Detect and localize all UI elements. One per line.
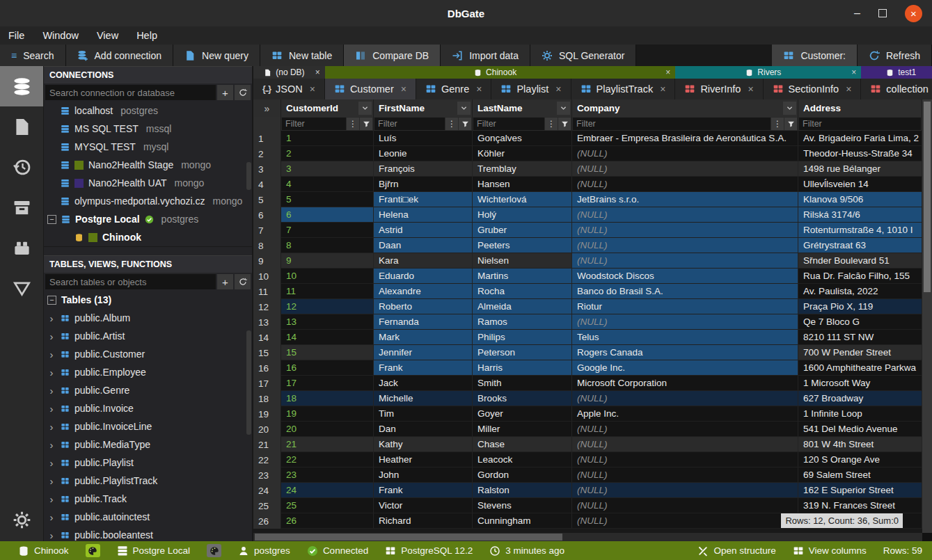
column-dropdown-button[interactable] xyxy=(783,102,796,115)
close-tab-icon[interactable]: × xyxy=(555,83,561,95)
filter-funnel-button[interactable] xyxy=(360,118,372,130)
tab-collection[interactable]: collection× xyxy=(861,79,932,99)
cell-firstname[interactable]: Helena xyxy=(374,207,473,223)
cell-customerid[interactable]: 10 xyxy=(281,269,374,284)
table-item-public-genre[interactable]: ›public.Genre xyxy=(44,381,252,399)
cell-company[interactable]: Apple Inc. xyxy=(572,406,798,422)
vertical-scrollbar[interactable] xyxy=(922,99,932,533)
cell-company[interactable]: JetBrains s.r.o. xyxy=(572,192,798,207)
cell-firstname[interactable]: Richard xyxy=(374,513,473,529)
tables-plus-button[interactable]: + xyxy=(217,274,233,289)
cell-customerid[interactable]: 24 xyxy=(281,483,374,498)
close-tab-icon[interactable]: × xyxy=(476,83,482,95)
table-item-public-playlisttrack[interactable]: ›public.PlaylistTrack xyxy=(44,472,252,490)
cell-customerid[interactable]: 18 xyxy=(281,391,374,406)
cell-customerid[interactable]: 19 xyxy=(281,406,374,422)
cell-firstname[interactable]: Franti□ek xyxy=(374,192,473,207)
menu-file[interactable]: File xyxy=(8,30,24,41)
activity-archive-icon[interactable] xyxy=(0,187,43,227)
tab-group-header-rivers[interactable]: Rivers× xyxy=(675,66,861,79)
table-item-public-employee[interactable]: ›public.Employee xyxy=(44,363,252,381)
cell-lastname[interactable]: Peeters xyxy=(473,238,572,253)
cell-firstname[interactable]: John xyxy=(374,467,473,483)
cell-company[interactable]: (NULL) xyxy=(572,161,798,177)
cell-company[interactable]: (NULL) xyxy=(572,437,798,452)
cell-company[interactable]: (NULL) xyxy=(572,467,798,483)
row-number[interactable]: 4 xyxy=(253,177,281,192)
cell-customerid[interactable]: 7 xyxy=(281,223,374,238)
cell-lastname[interactable]: Harris xyxy=(473,360,572,376)
cell-firstname[interactable]: Eduardo xyxy=(374,269,473,284)
minimize-button[interactable]: – xyxy=(854,10,860,17)
tab-playlist[interactable]: Playlist× xyxy=(491,79,571,99)
table-item-public-invoiceline[interactable]: ›public.InvoiceLine xyxy=(44,417,252,435)
row-number[interactable]: 16 xyxy=(253,360,281,376)
cell-company[interactable]: (NULL) xyxy=(572,253,798,269)
tables-search-input[interactable] xyxy=(45,274,216,289)
row-number[interactable]: 26 xyxy=(253,513,281,529)
filter-menu-button[interactable]: ⋮ xyxy=(771,118,784,130)
cell-company[interactable]: Microsoft Corporation xyxy=(572,376,798,391)
table-item-public-booleantest[interactable]: ›public.booleantest xyxy=(44,526,252,541)
cell-lastname[interactable]: Miller xyxy=(473,422,572,437)
row-number[interactable]: 23 xyxy=(253,467,281,483)
row-number[interactable]: 15 xyxy=(253,345,281,360)
column-dropdown-button[interactable] xyxy=(557,102,570,115)
filter-funnel-button[interactable] xyxy=(558,118,571,130)
activity-plugins-icon[interactable] xyxy=(0,227,43,268)
cell-company[interactable]: (NULL) xyxy=(572,146,798,161)
row-number[interactable]: 1 xyxy=(253,131,281,146)
cell-firstname[interactable]: Dan xyxy=(374,422,473,437)
cell-customerid[interactable]: 15 xyxy=(281,345,374,360)
close-group-icon[interactable]: × xyxy=(665,67,670,77)
cell-firstname[interactable]: Frank xyxy=(374,483,473,498)
cell-address[interactable]: Grétrystraat 63 xyxy=(798,238,922,253)
connection-item-localhost[interactable]: localhostpostgres xyxy=(44,102,252,120)
cell-customerid[interactable]: 2 xyxy=(281,146,374,161)
tab-riverinfo[interactable]: RiverInfo× xyxy=(675,79,763,99)
collapse-expander-icon[interactable]: − xyxy=(47,215,56,224)
filter-menu-button[interactable]: ⋮ xyxy=(445,118,458,130)
cell-customerid[interactable]: 13 xyxy=(281,314,374,330)
cell-company[interactable]: Woodstock Discos xyxy=(572,269,798,284)
tab-group-header-chinook[interactable]: Chinook× xyxy=(325,66,676,79)
cell-address[interactable]: Rilská 3174/6 xyxy=(798,207,922,223)
cell-lastname[interactable]: Tremblay xyxy=(473,161,572,177)
cell-address[interactable]: Av. Brigadeiro Faria Lima, 2 xyxy=(798,131,922,146)
filter-funnel-button[interactable] xyxy=(784,118,797,130)
row-number[interactable]: 7 xyxy=(253,223,281,238)
cell-firstname[interactable]: Heather xyxy=(374,452,473,467)
cell-address[interactable]: 120 S Orange Ave xyxy=(798,452,922,467)
cell-customerid[interactable]: 9 xyxy=(281,253,374,269)
cell-firstname[interactable]: Victor xyxy=(374,498,473,513)
table-item-public-album[interactable]: ›public.Album xyxy=(44,309,252,327)
cell-firstname[interactable]: Alexandre xyxy=(374,284,473,299)
row-number[interactable]: 17 xyxy=(253,376,281,391)
column-header-address[interactable]: Address xyxy=(798,99,922,117)
cell-lastname[interactable]: Peterson xyxy=(473,345,572,360)
tables-scrollbar[interactable] xyxy=(246,330,251,435)
cell-address[interactable]: Rotenturmstraße 4, 1010 I xyxy=(798,223,922,238)
cell-address[interactable]: Rua Dr. Falcăo Filho, 155 xyxy=(798,269,922,284)
close-tab-icon[interactable]: × xyxy=(846,83,851,95)
cell-lastname[interactable]: Martins xyxy=(473,269,572,284)
status-open-structure[interactable]: Open structure xyxy=(697,545,775,557)
connections-search-input[interactable] xyxy=(45,85,216,100)
menu-window[interactable]: Window xyxy=(42,30,79,41)
cell-address[interactable]: Qe 7 Bloco G xyxy=(798,314,922,330)
cell-firstname[interactable]: Kathy xyxy=(374,437,473,452)
toolbar-button-import-data[interactable]: Import data xyxy=(441,45,530,66)
cell-customerid[interactable]: 4 xyxy=(281,177,374,192)
toolbar-button-compare-db[interactable]: Compare DB xyxy=(344,45,441,66)
cell-firstname[interactable]: Luís xyxy=(374,131,473,146)
row-number[interactable]: 14 xyxy=(253,330,281,345)
row-number[interactable]: 11 xyxy=(253,284,281,299)
cell-lastname[interactable]: Köhler xyxy=(473,146,572,161)
table-item-public-track[interactable]: ›public.Track xyxy=(44,490,252,508)
row-number[interactable]: 2 xyxy=(253,146,281,161)
row-number[interactable]: 20 xyxy=(253,422,281,437)
cell-company[interactable]: Rogers Canada xyxy=(572,345,798,360)
cell-firstname[interactable]: Frank xyxy=(374,360,473,376)
cell-address[interactable]: Theodor-Heuss-Straße 34 xyxy=(798,146,922,161)
cell-customerid[interactable]: 17 xyxy=(281,376,374,391)
